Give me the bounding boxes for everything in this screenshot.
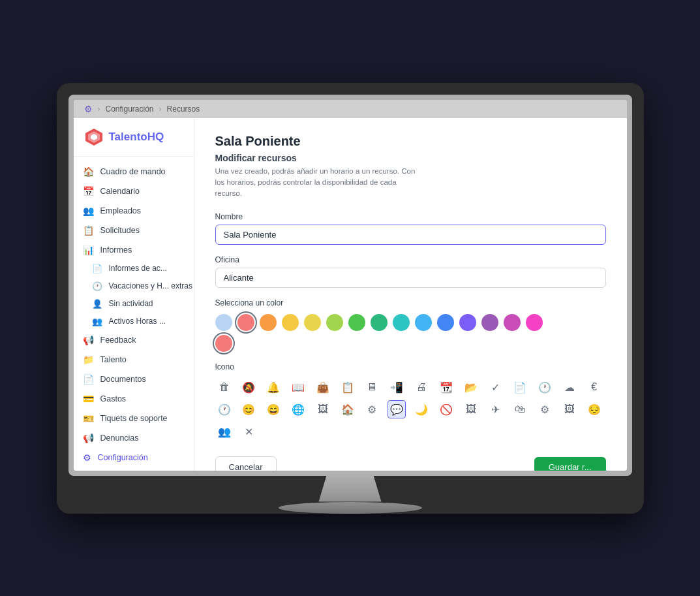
sidebar-item-gastos-label: Gastos — [100, 394, 127, 403]
breadcrumb-recursos[interactable]: Recursos — [167, 104, 200, 114]
icon-cell-28[interactable]: 🛍 — [511, 400, 529, 418]
color-field-group: Selecciona un color — [215, 298, 606, 352]
sidebar-item-calendar[interactable]: 📅 Calendario — [74, 181, 194, 201]
oficina-input[interactable] — [215, 268, 606, 288]
icon-grid: 🗑🔕🔔📖👜📋🖥📲🖨📆📂✓📄🕐☁€🕐😊😄🌐🖼🏠⚙💬🌙🚫🖼✈🛍⚙🖼😔👥✕ — [215, 378, 606, 441]
color-dot-c3[interactable] — [260, 314, 277, 331]
icon-cell-21[interactable]: 🏠 — [339, 400, 357, 418]
sidebar-item-configuracion[interactable]: ⚙ Configuración — [74, 448, 194, 467]
icon-cell-29[interactable]: ⚙ — [536, 400, 554, 418]
color-dot-c6[interactable] — [326, 314, 343, 331]
sidebar-item-documentos-label: Documentos — [100, 375, 146, 384]
icon-cell-1[interactable]: 🔕 — [239, 378, 258, 396]
icon-cell-30[interactable]: 🖼 — [560, 400, 579, 418]
informes-ac-icon: 📄 — [92, 264, 102, 274]
sidebar-item-feedback[interactable]: 📢 Feedback — [74, 330, 194, 350]
color-dot-c15[interactable] — [526, 314, 543, 331]
icon-cell-32[interactable]: 👥 — [215, 422, 234, 441]
save-button[interactable]: Guardar r... — [534, 457, 606, 470]
sidebar-item-gastos[interactable]: 💳 Gastos — [74, 389, 194, 409]
monitor-stand — [68, 476, 632, 514]
form-actions: Cancelar Guardar r... — [215, 456, 606, 470]
color-dot-c8[interactable] — [371, 314, 388, 331]
sidebar-item-employees[interactable]: 👥 Empleados — [74, 201, 194, 221]
sidebar-item-tiquets-label: Tiquets de soporte — [100, 414, 168, 423]
color-dot-c5[interactable] — [304, 314, 321, 331]
nombre-input[interactable] — [215, 225, 606, 245]
icon-cell-0[interactable]: 🗑 — [215, 378, 234, 396]
sidebar-item-feedback-label: Feedback — [100, 336, 136, 345]
cancel-button[interactable]: Cancelar — [215, 456, 277, 470]
icon-cell-22[interactable]: ⚙ — [363, 400, 381, 418]
sidebar-item-dashboard-label: Cuadro de mando — [100, 167, 166, 176]
color-dot-c4[interactable] — [282, 314, 299, 331]
breadcrumb: ⚙ › Configuración › Recursos — [74, 100, 627, 118]
stand-base — [279, 502, 422, 514]
color-label: Selecciona un color — [215, 298, 606, 307]
icon-cell-10[interactable]: 📂 — [462, 378, 480, 396]
color-dot-c14[interactable] — [504, 314, 521, 331]
sidebar-item-documentos[interactable]: 📄 Documentos — [74, 369, 194, 389]
color-dot-c10[interactable] — [415, 314, 432, 331]
icon-cell-8[interactable]: 🖨 — [412, 378, 431, 396]
color-dot-c11[interactable] — [437, 314, 454, 331]
icon-cell-5[interactable]: 📋 — [339, 378, 357, 396]
icon-cell-11[interactable]: ✓ — [486, 378, 504, 396]
icon-cell-3[interactable]: 📖 — [289, 378, 307, 396]
color-dot-c13[interactable] — [481, 314, 498, 331]
icon-cell-6[interactable]: 🖥 — [363, 378, 381, 396]
logo-text: TalentoHQ — [109, 131, 164, 144]
sidebar-item-requests[interactable]: 📋 Solicitudes — [74, 221, 194, 240]
color-dot-c2[interactable] — [237, 314, 254, 331]
oficina-label: Oficina — [215, 255, 606, 264]
sidebar-item-area-usuario[interactable]: 👤 Área de usuario — [74, 467, 194, 471]
sidebar-nav: 🏠 Cuadro de mando 📅 Calendario 👥 Emplead… — [74, 157, 194, 471]
icon-cell-13[interactable]: 🕐 — [536, 378, 554, 396]
sidebar-item-reports[interactable]: 📊 Informes — [74, 240, 194, 260]
configuracion-icon: ⚙ — [83, 452, 91, 463]
icon-cell-14[interactable]: ☁ — [560, 378, 579, 396]
icon-cell-25[interactable]: 🚫 — [437, 400, 455, 418]
icon-cell-15[interactable]: € — [585, 378, 603, 396]
icon-cell-27[interactable]: ✈ — [486, 400, 504, 418]
vacaciones-icon: 🕐 — [92, 281, 102, 291]
icon-cell-23[interactable]: 💬 — [388, 400, 406, 418]
icon-cell-12[interactable]: 📄 — [511, 378, 529, 396]
color-dot-selected-extra[interactable] — [215, 335, 232, 352]
sidebar-item-vacaciones[interactable]: 🕐 Vacaciones y H... extras — [74, 277, 194, 295]
sidebar-item-sin-actividad[interactable]: 👤 Sin actividad — [74, 295, 194, 313]
logo-icon — [84, 127, 104, 147]
main-content: Sala Poniente Modificar recursos Una vez… — [194, 118, 627, 471]
icon-cell-2[interactable]: 🔔 — [264, 378, 282, 396]
dashboard-icon: 🏠 — [83, 166, 94, 177]
sidebar-item-dashboard[interactable]: 🏠 Cuadro de mando — [74, 162, 194, 181]
sidebar-item-talento[interactable]: 📁 Talento — [74, 350, 194, 369]
nombre-label: Nombre — [215, 212, 606, 221]
sidebar-item-informes-ac[interactable]: 📄 Informes de ac... — [74, 260, 194, 277]
icon-cell-4[interactable]: 👜 — [314, 378, 332, 396]
icono-label: Icono — [215, 362, 606, 371]
breadcrumb-config[interactable]: Configuración — [106, 104, 154, 114]
icon-cell-31[interactable]: 😔 — [585, 400, 603, 418]
sidebar-item-denuncias-label: Denuncias — [100, 433, 139, 443]
oficina-field-group: Oficina — [215, 255, 606, 288]
icon-cell-33[interactable]: ✕ — [239, 422, 258, 441]
sidebar-item-tiquets[interactable]: 🎫 Tiquets de soporte — [74, 409, 194, 428]
icon-cell-19[interactable]: 🌐 — [289, 400, 307, 418]
icon-cell-26[interactable]: 🖼 — [462, 400, 480, 418]
color-dot-c12[interactable] — [459, 314, 476, 331]
color-dot-c9[interactable] — [393, 314, 410, 331]
requests-icon: 📋 — [83, 225, 94, 236]
stand-neck — [311, 476, 389, 502]
sidebar-item-activos-horas[interactable]: 👥 Activos Horas ... — [74, 313, 194, 330]
icon-cell-9[interactable]: 📆 — [437, 378, 455, 396]
icon-cell-16[interactable]: 🕐 — [215, 400, 234, 418]
icon-cell-20[interactable]: 🖼 — [314, 400, 332, 418]
icon-cell-7[interactable]: 📲 — [388, 378, 406, 396]
icon-cell-17[interactable]: 😊 — [239, 400, 258, 418]
sidebar-item-denuncias[interactable]: 📢 Denuncias — [74, 428, 194, 448]
icon-cell-24[interactable]: 🌙 — [412, 400, 431, 418]
icon-cell-18[interactable]: 😄 — [264, 400, 282, 418]
color-dot-c1[interactable] — [215, 314, 232, 331]
color-dot-c7[interactable] — [348, 314, 365, 331]
